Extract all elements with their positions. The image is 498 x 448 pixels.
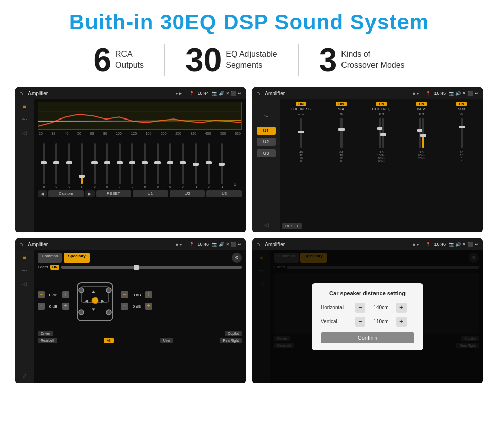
screen1-sidebar: ≡ 〜 ◁	[15, 99, 34, 232]
driver-btn[interactable]: Driver	[38, 331, 53, 336]
confirm-button[interactable]: Confirm	[321, 332, 414, 343]
cutfreq-slider-g[interactable]	[382, 118, 384, 148]
screen3-main: Common Specialty ⚙ Fader ON	[34, 250, 246, 383]
eq-slider-5: 0	[94, 143, 96, 188]
all-btn[interactable]: All	[104, 338, 114, 343]
cutfreq-dual-slider	[379, 116, 384, 151]
eq-slider-3: 0	[68, 143, 70, 188]
db-val-tl: 0 dB	[46, 293, 60, 297]
horizontal-plus-btn[interactable]: +	[396, 303, 407, 313]
horizontal-minus-btn[interactable]: −	[355, 303, 365, 313]
vol-icon-2[interactable]: ◁	[264, 222, 268, 228]
sub-vals: 201550	[460, 151, 463, 163]
rear-right-btn[interactable]: RearRight	[220, 338, 242, 343]
sub-g-label: G	[460, 113, 463, 116]
stat-eq: 30 EQ AdjustableSegments	[165, 44, 299, 76]
db-plus-tr[interactable]: +	[145, 291, 152, 298]
more-icon[interactable]: »	[234, 182, 237, 187]
u1-panel-button[interactable]: U1	[257, 127, 276, 135]
screen2-crossover: ⌂ Amplifier ■ ● 📍 10:45 📷 🔊 ✕ ⬛ ↩ ≡ 〜 U1…	[252, 87, 483, 232]
eq-slider-7: 0	[119, 143, 121, 188]
db-minus-tr[interactable]: −	[121, 291, 128, 298]
wave-icon[interactable]: 〜	[22, 116, 27, 124]
sub-on-btn[interactable]: ON	[456, 102, 467, 106]
crossover-reset-btn[interactable]: RESET	[282, 223, 302, 229]
bass-slider-g[interactable]	[422, 118, 424, 148]
custom-preset-button[interactable]: Custom	[48, 190, 84, 197]
u3-button[interactable]: U3	[206, 190, 242, 197]
fader-row: Fader ON	[38, 265, 242, 270]
wave-icon-2[interactable]: 〜	[263, 113, 269, 121]
screen3-content: ≡ 〜 ◁ ⤢ Common Specialty ⚙	[15, 250, 246, 383]
next-button[interactable]: ▶	[85, 190, 95, 197]
home-icon-3[interactable]: ⌂	[19, 241, 23, 248]
location-icon-4: 📍	[426, 242, 431, 247]
screen3-app-title: Amplifier	[28, 242, 173, 247]
stat-rca-number: 6	[93, 44, 111, 76]
eq-icon[interactable]: ≡	[22, 103, 26, 110]
eq-slider-1: 0	[43, 143, 45, 188]
speaker-icon[interactable]: ◁	[22, 130, 26, 136]
u1-button[interactable]: U1	[133, 190, 168, 197]
db-plus-bl[interactable]: +	[62, 303, 69, 310]
channel-bass: ON BASS FG 3.090Hz70Hz	[402, 102, 441, 219]
loudness-on-btn[interactable]: ON	[296, 102, 306, 106]
screen3-speaker: ⌂ Amplifier ■ ● 📍 10:46 📷 🔊 ✕ ⬛ ↩ ≡ 〜 ◁ …	[15, 238, 246, 383]
eq-icon-3[interactable]: ≡	[22, 254, 26, 261]
db-minus-br[interactable]: −	[121, 303, 128, 310]
distance-dialog: Car speaker distance setting Horizontal …	[312, 283, 423, 350]
svg-point-7	[79, 288, 84, 293]
screen4-status-dots: ■ ●	[413, 242, 419, 247]
screen1-main: 253240506380100125160200250320400500630 …	[34, 99, 246, 232]
eq-slider-6: 0	[106, 143, 108, 188]
user-btn[interactable]: User	[160, 338, 174, 343]
db-plus-tl[interactable]: +	[62, 291, 69, 298]
db-minus-tl[interactable]: −	[38, 291, 45, 298]
location-icon: 📍	[189, 91, 194, 96]
screen1-time: 10:44	[197, 91, 209, 96]
fader-slider[interactable]	[61, 266, 242, 269]
stat-crossover: 3 Kinds ofCrossover Modes	[299, 44, 425, 76]
home-icon[interactable]: ⌂	[19, 89, 23, 97]
bass-vals: 3.090Hz70Hz	[418, 151, 425, 160]
reset-button[interactable]: RESET	[96, 190, 132, 197]
car-diagram: ▲ ▼ ◀ ▶	[72, 273, 118, 328]
screen1-status-bar: ⌂ Amplifier ● ▶ 📍 10:44 📷 🔊 ✕ ⬛ ↩	[15, 87, 246, 99]
screen2-channels: ON LOUDNESS ── 4832160 ON PHAT	[280, 99, 483, 232]
fader-middle-space	[123, 331, 154, 336]
vertical-plus-btn[interactable]: +	[396, 317, 407, 327]
bass-slider-f[interactable]	[419, 118, 421, 148]
speaker-icon-3[interactable]: ◁	[22, 281, 26, 287]
copilot-btn[interactable]: Copilot	[225, 331, 242, 336]
phat-on-btn[interactable]: ON	[336, 102, 347, 106]
u3-panel-button[interactable]: U3	[257, 149, 276, 157]
phat-slider[interactable]	[340, 118, 343, 148]
u2-panel-button[interactable]: U2	[257, 138, 276, 146]
loudness-slider[interactable]	[300, 118, 302, 148]
u2-button[interactable]: U2	[170, 190, 205, 197]
horizontal-label: Horizontal	[321, 305, 351, 310]
bass-on-btn[interactable]: ON	[416, 102, 427, 106]
vertical-minus-btn[interactable]: −	[355, 317, 365, 327]
settings-icon-3[interactable]: ⚙	[232, 253, 242, 263]
db-right-side: − 0 dB + − 0 dB +	[121, 290, 152, 311]
db-ctrl-top-left: − 0 dB +	[38, 291, 69, 298]
fader-on-btn[interactable]: ON	[50, 265, 60, 270]
screen2-status-icons: 📷 🔊 ✕ ⬛ ↩	[449, 91, 479, 96]
expand-icon-3[interactable]: ⤢	[22, 373, 27, 379]
tab-specialty[interactable]: Specialty	[64, 253, 89, 263]
db-plus-br[interactable]: +	[145, 303, 152, 310]
db-minus-bl[interactable]: −	[38, 303, 45, 310]
eq-icon-2[interactable]: ≡	[264, 103, 267, 109]
sub-slider[interactable]	[461, 118, 463, 148]
channel-cutfreq: ON CUT FREQ FG 3.0100H	[362, 102, 400, 219]
prev-button[interactable]: ◀	[38, 190, 47, 197]
cutfreq-label: CUT FREQ	[372, 107, 391, 111]
home-icon-4[interactable]: ⌂	[256, 241, 260, 248]
cutfreq-on-btn[interactable]: ON	[376, 102, 387, 106]
tab-common[interactable]: Common	[38, 253, 62, 263]
db-ctrl-bottom-right: − 0 dB +	[121, 303, 152, 310]
wave-icon-3[interactable]: 〜	[22, 267, 27, 275]
rear-left-btn[interactable]: RearLeft	[38, 338, 57, 343]
home-icon-2[interactable]: ⌂	[256, 89, 260, 97]
